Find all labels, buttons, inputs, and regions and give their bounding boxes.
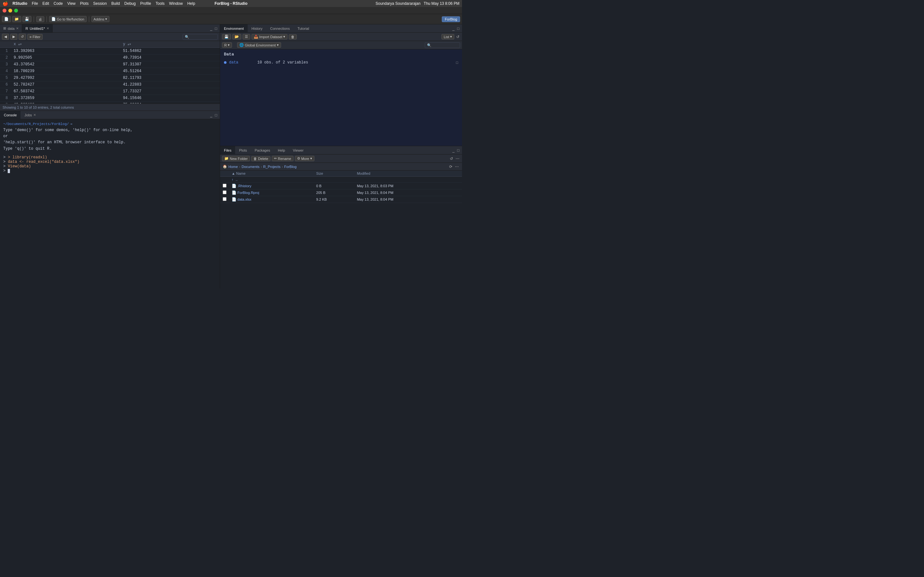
console-input-line[interactable]: > (3, 169, 216, 173)
tab-tutorial[interactable]: Tutorial (294, 24, 313, 32)
menubar-build[interactable]: Build (111, 1, 120, 6)
save-workspace-button[interactable]: 💾 (222, 34, 231, 39)
menubar-debug[interactable]: Debug (124, 1, 136, 6)
menubar-tools[interactable]: Tools (156, 1, 165, 6)
cell-check[interactable] (220, 183, 229, 189)
env-row-data[interactable]: data 10 obs. of 2 variables □ (224, 59, 458, 66)
file-checkbox[interactable] (223, 184, 226, 187)
goto-function-button[interactable]: 📄 Go to file/function (49, 16, 87, 22)
tab-connections[interactable]: Connections (266, 24, 294, 32)
files-content[interactable]: ▲ Name Size Modified ↑ .. (220, 171, 462, 288)
menubar-view[interactable]: View (67, 1, 76, 6)
delete-button[interactable]: 🗑 Delete (251, 156, 270, 161)
list-selector[interactable]: List ▾ (441, 34, 454, 39)
tab-help[interactable]: Help (274, 146, 289, 154)
table-search-input[interactable] (183, 34, 218, 40)
col-modified-header[interactable]: Modified (354, 171, 462, 177)
maximize-panel-button[interactable]: □ (214, 26, 218, 31)
load-workspace-button[interactable]: 📂 (232, 34, 241, 39)
col-name-header[interactable]: ▲ Name (229, 171, 314, 177)
clear-env-button[interactable]: 🗑 (289, 34, 297, 39)
apple-icon[interactable]: 🍎 (3, 1, 8, 6)
minimize-button[interactable] (8, 9, 12, 13)
menubar-help[interactable]: Help (187, 1, 195, 6)
file-parent-name[interactable]: .. (236, 177, 238, 181)
menubar-code[interactable]: Code (53, 1, 63, 6)
menubar-session[interactable]: Session (93, 1, 107, 6)
cell-check[interactable] (220, 189, 229, 196)
save-button[interactable]: 💾 (23, 16, 31, 22)
cell-check[interactable] (220, 196, 229, 203)
new-folder-button[interactable]: 📁 New Folder (222, 156, 250, 161)
breadcrumb-rprojects[interactable]: R_Projects (263, 165, 280, 169)
env-search-input[interactable] (425, 42, 460, 48)
new-file-button[interactable]: 📄 (2, 16, 11, 22)
console-content[interactable]: ~/Documents/R_Projects/ForBlog/ ⇒ Type '… (0, 119, 220, 288)
open-file-button[interactable]: 📁 (12, 16, 21, 22)
fullscreen-button[interactable] (14, 9, 18, 13)
col-y-header[interactable]: y ▲▼ (120, 41, 220, 48)
global-env-selector[interactable]: 🌐 Global Environment ▾ (237, 42, 281, 48)
tab-console[interactable]: Console (0, 111, 21, 119)
console-maximize-button[interactable]: □ (214, 112, 218, 118)
env-refresh-button[interactable]: ↺ (456, 34, 460, 40)
files-path-sync-button[interactable]: ⟳ (449, 164, 453, 169)
menubar-plots[interactable]: Plots (80, 1, 89, 6)
files-tab-bar: Files Plots Packages Help Viewer _ □ (220, 146, 462, 155)
tab-untitled1-close[interactable]: ✕ (47, 27, 49, 30)
console-minimize-button[interactable]: _ (210, 112, 213, 118)
project-button[interactable]: ForBlog (442, 16, 460, 22)
breadcrumb-forblog[interactable]: ForBlog (284, 165, 297, 169)
menubar-file[interactable]: File (32, 1, 38, 6)
minimize-panel-button[interactable]: _ (210, 26, 213, 31)
env-minimize-button[interactable]: _ (452, 26, 455, 31)
rename-button[interactable]: ✏ Rename (272, 156, 294, 161)
menubar-app[interactable]: RStudio (13, 1, 27, 6)
col-rownum-header[interactable] (0, 41, 10, 48)
cell-name[interactable]: ↑ .. (229, 177, 314, 183)
breadcrumb-documents[interactable]: Documents (242, 165, 260, 169)
forward-button[interactable]: ▶ (10, 34, 17, 40)
path-arrow-icon[interactable]: ⇒ (70, 122, 73, 126)
menubar-profile[interactable]: Profile (140, 1, 151, 6)
refresh-data-button[interactable]: ↺ (19, 34, 26, 40)
filter-button[interactable]: ≡ Filter (27, 34, 43, 40)
tab-jobs-close[interactable]: ✕ (33, 113, 36, 117)
menubar-edit[interactable]: Edit (42, 1, 49, 6)
tab-untitled1[interactable]: R Untitled1* ✕ (22, 24, 53, 32)
addins-button[interactable]: Addins ▾ (91, 16, 110, 22)
file-name[interactable]: data.xlsx (237, 197, 251, 201)
tab-environment[interactable]: Environment (220, 24, 248, 32)
col-x-header[interactable]: x ▲▼ (10, 41, 120, 48)
tab-plots[interactable]: Plots (235, 146, 250, 154)
col-size-header[interactable]: Size (314, 171, 355, 177)
files-refresh-button[interactable]: ↺ (449, 156, 454, 161)
files-maximize-button[interactable]: □ (457, 147, 460, 153)
back-button[interactable]: ◀ (2, 34, 9, 40)
view-list-button[interactable]: ☰ (242, 34, 250, 39)
file-checkbox[interactable] (223, 190, 226, 194)
breadcrumb-home[interactable]: Home (228, 165, 238, 169)
more-button[interactable]: ⚙ More ▾ (295, 156, 314, 161)
env-expand-icon[interactable]: □ (456, 61, 458, 64)
tab-data-close[interactable]: ✕ (16, 27, 19, 30)
tab-history[interactable]: History (248, 24, 266, 32)
menubar-window[interactable]: Window (169, 1, 183, 6)
tab-files[interactable]: Files (220, 146, 235, 154)
print-button[interactable]: 🖨 (36, 16, 44, 22)
data-table-wrapper[interactable]: x ▲▼ y ▲▼ 1 13.392063 51.54862 2 (0, 41, 220, 103)
file-name[interactable]: .Rhistory (237, 184, 251, 188)
import-dataset-button[interactable]: 📥 Import Dataset ▾ (252, 34, 288, 39)
tab-jobs[interactable]: Jobs ✕ (21, 111, 39, 119)
files-path-more-button[interactable]: ⋯ (454, 164, 459, 169)
file-checkbox[interactable] (223, 197, 226, 201)
files-more-options-button[interactable]: ⋯ (455, 156, 460, 161)
close-button[interactable] (3, 9, 6, 13)
file-name[interactable]: ForBlog.Rproj (237, 191, 259, 195)
tab-viewer[interactable]: Viewer (289, 146, 307, 154)
r-selector[interactable]: R ▾ (222, 42, 232, 48)
tab-packages[interactable]: Packages (251, 146, 274, 154)
env-maximize-button[interactable]: □ (457, 26, 460, 31)
tab-data[interactable]: ⊞ data ✕ (0, 24, 22, 32)
files-minimize-button[interactable]: _ (452, 147, 455, 153)
